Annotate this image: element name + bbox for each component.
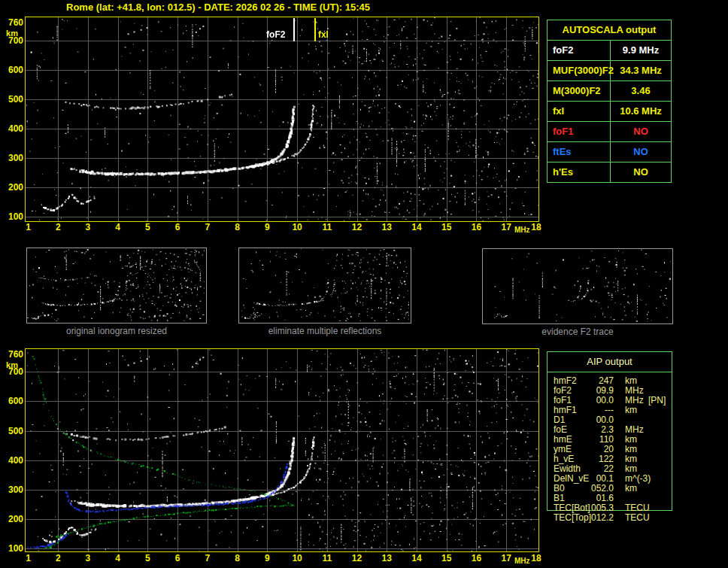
aip-lbl: hmE	[554, 434, 572, 445]
aip-val: 00.1	[576, 473, 614, 484]
x-tick-label: 17	[498, 553, 514, 563]
autoscala-row-h'Es: h'EsNO	[548, 162, 671, 182]
aip-unit: km	[625, 405, 637, 415]
autoscala-row-value: 34.3 MHz	[611, 61, 671, 80]
aip-unit: km	[625, 463, 637, 474]
x-tick-label: 9	[259, 553, 275, 563]
x-tick-label: 1	[20, 553, 37, 563]
autoscala-row-value: 3.46	[611, 81, 671, 101]
aip-unit: km	[625, 483, 637, 494]
aip-row-foF1: foF100.0MHz[PN]	[548, 395, 672, 405]
y-axis-unit-label: km	[1, 360, 23, 369]
x-axis-unit-label: MHz	[514, 226, 530, 234]
autoscala-row-label: foF2	[548, 41, 611, 60]
x-tick-label: 11	[319, 222, 335, 232]
x-tick-label: 3	[80, 222, 96, 232]
autoscala-row-M(3000)F2: M(3000)F23.46	[548, 80, 671, 101]
aip-val: 110	[576, 434, 614, 445]
aip-row-ymE: ymE20km	[548, 444, 672, 454]
x-tick-label: 7	[199, 553, 216, 563]
x-tick-label: 6	[169, 553, 186, 563]
aip-unit: MHz	[625, 385, 644, 396]
aip-row-B1: B101.6	[548, 493, 672, 503]
aip-val: 09.9	[576, 385, 614, 396]
thumbnail-original-ionogram	[26, 248, 207, 323]
x-axis-unit-label: MHz	[514, 557, 530, 565]
aip-unit: km	[625, 454, 637, 464]
x-tick-label: 13	[378, 222, 395, 232]
aip-table-header: AIP output	[548, 352, 672, 372]
x-tick-label: 7	[199, 222, 216, 232]
aip-val: 005.3	[576, 503, 614, 513]
fxi-marker-label: fxI	[318, 29, 329, 40]
x-tick-label: 5	[139, 553, 156, 563]
aip-row-TEC[Bot]: TEC[Bot]005.3TECU	[548, 503, 672, 512]
aip-val: ---	[576, 405, 614, 415]
y-tick-label: 760	[1, 17, 23, 28]
x-tick-label: 11	[319, 553, 335, 563]
aip-row-B0: B0052.0km	[548, 483, 672, 493]
autoscala-row-value: NO	[611, 142, 671, 162]
x-tick-label: 18	[528, 553, 544, 563]
aip-row-DelN_vE: DelN_vE00.1m^(-3)	[548, 473, 672, 483]
aip-lbl: foE	[554, 424, 567, 435]
autoscala-row-label: h'Es	[548, 163, 611, 182]
page-title: Rome (lat: +41.8, lon: 012.5) - DATE: 20…	[66, 2, 370, 13]
x-tick-label: 4	[110, 553, 126, 563]
aip-unit: m^(-3)	[625, 473, 651, 484]
aip-unit: km	[625, 375, 637, 386]
profile-canvas	[26, 349, 538, 551]
thumbnail-f2-trace	[482, 248, 673, 324]
aip-lbl: ymE	[554, 444, 572, 454]
x-tick-label: 17	[498, 222, 514, 232]
autoscala-row-value: 9.9 MHz	[611, 41, 671, 60]
x-tick-label: 18	[528, 222, 544, 232]
thumbnail-multiple-reflections	[238, 248, 411, 323]
autoscala-row-foF2: foF29.9 MHz	[548, 40, 671, 60]
aip-lbl: hmF2	[554, 375, 577, 386]
x-tick-label: 15	[438, 222, 455, 232]
aip-val: 00.0	[576, 415, 614, 425]
aip-val: 2.3	[576, 424, 614, 435]
x-tick-label: 8	[229, 553, 246, 563]
aip-lbl: h_vE	[554, 454, 574, 464]
aip-lbl: hmF1	[554, 405, 577, 415]
aip-unit: MHz	[625, 424, 644, 435]
x-tick-label: 8	[229, 222, 246, 232]
x-tick-label: 2	[50, 222, 66, 232]
x-tick-label: 12	[349, 222, 366, 232]
y-tick-label: 300	[1, 484, 23, 495]
aip-val: 012.2	[576, 512, 614, 523]
x-tick-label: 1	[20, 222, 37, 232]
y-axis-unit-label: km	[1, 29, 23, 38]
x-tick-label: 3	[80, 553, 96, 563]
aip-lbl: foF2	[554, 385, 572, 396]
y-tick-label: 100	[1, 211, 23, 222]
aip-row-D1: D100.0	[548, 415, 672, 424]
x-tick-label: 5	[139, 222, 156, 232]
autoscala-output-table: AUTOSCALA output foF29.9 MHzMUF(3000)F23…	[547, 20, 672, 183]
fof2-marker-label: foF2	[266, 29, 285, 40]
ionogram-canvas	[26, 17, 538, 221]
aip-lbl: B0	[554, 483, 565, 494]
aip-row-hmF1: hmF1---km	[548, 405, 672, 415]
x-tick-label: 14	[408, 222, 425, 232]
aip-row-h_vE: h_vE122km	[548, 454, 672, 463]
x-tick-label: 6	[169, 222, 186, 232]
autoscala-row-label: MUF(3000)F2	[548, 61, 611, 80]
profile-bottom-plot	[25, 348, 539, 552]
thumbnail-caption-reflections: eliminate multiple reflections	[238, 326, 411, 336]
aip-unit: TECU	[625, 512, 650, 523]
y-tick-label: 400	[1, 455, 23, 466]
aip-unit: km	[625, 434, 637, 445]
aip-val: 01.6	[576, 493, 614, 503]
x-tick-label: 15	[438, 553, 455, 563]
autoscala-row-value: NO	[611, 163, 671, 182]
thumbnail-caption-original: original ionogram resized	[26, 326, 207, 336]
aip-val: 247	[576, 375, 614, 386]
aip-row-foE: foE2.3MHz	[548, 424, 672, 434]
y-tick-label: 600	[1, 396, 23, 406]
x-tick-label: 9	[259, 222, 275, 232]
fxi-marker-line	[314, 18, 316, 41]
x-tick-label: 13	[378, 553, 395, 563]
